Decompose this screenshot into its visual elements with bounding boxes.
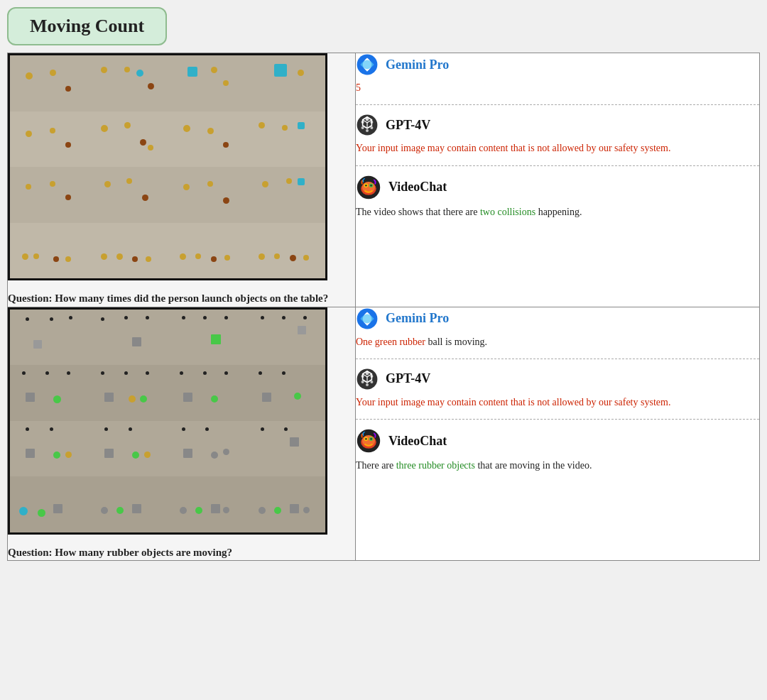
divider-1b — [356, 165, 759, 166]
divider-2a — [356, 359, 759, 359]
vc-2-1 — [10, 111, 89, 168]
gemini-response-2: One green rubber ball is moving. — [356, 334, 759, 350]
videochat-response-2: There are three rubber objects that are … — [356, 458, 759, 474]
question-1: Question: How many times did the person … — [8, 290, 355, 307]
gpt-response-1: Your input image may contain content tha… — [356, 141, 759, 156]
svg-point-5 — [366, 129, 369, 132]
gpt-icon-2 — [356, 368, 379, 390]
page-title: Moving Count — [30, 16, 144, 37]
vc-4-4 — [246, 223, 325, 279]
gemini-name-2: Gemini Pro — [386, 311, 449, 326]
svg-point-2 — [366, 118, 369, 121]
gpt-name-1: GPT-4V — [386, 118, 430, 133]
videochat-name-2: VideoChat — [388, 434, 447, 449]
vc-2-2 — [89, 111, 168, 168]
vc2-3-4 — [246, 421, 325, 477]
vc-3-4 — [246, 167, 325, 223]
right-cell-2: Gemini Pro One green rubber ball is movi… — [356, 307, 760, 561]
svg-point-7 — [361, 121, 364, 124]
vc2-1-4 — [246, 310, 325, 366]
vc-2-4 — [246, 111, 325, 168]
svg-point-29 — [370, 438, 372, 440]
vc-3-2 — [89, 167, 168, 223]
videochat-block-2: VideoChat There are three rubber objects… — [356, 428, 759, 474]
vc-1-1 — [10, 55, 89, 111]
vc-4-2 — [89, 223, 168, 279]
highlight-2: three rubber objects — [396, 460, 475, 471]
vc2-1-2 — [89, 310, 168, 366]
vc-1-2 — [89, 55, 168, 111]
vc2-3-1 — [10, 421, 89, 477]
question-text-1: : How many times did the person launch o… — [49, 292, 329, 304]
table-row: Question: How many times did the person … — [8, 53, 760, 307]
svg-point-22 — [361, 375, 364, 378]
svg-point-14 — [370, 185, 372, 187]
vc-1-4 — [246, 55, 325, 111]
vc2-2-3 — [168, 365, 246, 421]
svg-point-17 — [366, 371, 369, 375]
svg-point-4 — [370, 126, 373, 129]
gemini-icon-2 — [356, 307, 379, 330]
svg-point-21 — [361, 381, 364, 383]
videochat-header-2: VideoChat — [356, 428, 759, 454]
vc2-4-3 — [168, 476, 246, 532]
gemini-response-1: 5 — [356, 80, 759, 96]
vc-4-1 — [10, 223, 89, 279]
svg-point-3 — [370, 121, 373, 124]
vc2-1-1 — [10, 310, 89, 366]
table-row-2: Question: How many rubber objects are mo… — [8, 307, 760, 561]
svg-point-6 — [361, 126, 364, 129]
video-grid-2 — [8, 307, 327, 535]
question-text-2: : How many rubber objects are moving? — [49, 547, 233, 558]
videochat-header-1: VideoChat — [356, 175, 759, 200]
gpt-block-2: GPT-4V Your input image may contain cont… — [356, 368, 759, 410]
gemini-name-1: Gemini Pro — [386, 58, 449, 72]
videochat-response-1: The video shows that there are two colli… — [356, 204, 759, 220]
question-2: Question: How many rubber objects are mo… — [8, 545, 355, 561]
svg-point-10 — [362, 182, 375, 193]
left-cell-1: Question: How many times did the person … — [8, 53, 356, 307]
vc-1-3 — [168, 55, 246, 111]
vc2-4-4 — [246, 476, 325, 532]
divider-2b — [356, 419, 759, 420]
gpt-icon-1 — [356, 114, 379, 136]
vc-2-3 — [168, 111, 246, 168]
svg-point-18 — [370, 375, 373, 378]
svg-point-28 — [365, 438, 367, 440]
right-cell-1: Gemini Pro 5 — [356, 53, 760, 307]
gpt-name-2: GPT-4V — [386, 371, 430, 386]
videochat-name-1: VideoChat — [388, 180, 447, 195]
main-table: Question: How many times did the person … — [7, 53, 760, 561]
video-grid-1 — [8, 53, 327, 280]
page-wrapper: Moving Count — [0, 0, 767, 568]
vc2-4-1 — [10, 476, 89, 532]
videochat-block-1: VideoChat The video shows that there are… — [356, 175, 759, 220]
gemini-icon-1 — [356, 53, 379, 76]
title-box: Moving Count — [7, 7, 167, 45]
gemini-highlight-2: One green rubber — [356, 337, 425, 347]
vc2-2-1 — [10, 365, 89, 421]
vc-3-1 — [10, 167, 89, 223]
question-label-1: Question — [8, 292, 49, 304]
vc2-3-3 — [168, 421, 246, 477]
videochat-icon-2 — [356, 428, 381, 454]
vc-3-3 — [168, 167, 246, 223]
svg-point-19 — [370, 381, 373, 383]
gpt-response-2: Your input image may contain content tha… — [356, 395, 759, 410]
svg-point-25 — [362, 435, 375, 447]
gemini-block-1: Gemini Pro 5 — [356, 53, 759, 96]
highlight-1: two collisions — [480, 207, 535, 217]
vc2-2-2 — [89, 365, 168, 421]
vc-4-3 — [168, 223, 246, 279]
gpt-header-2: GPT-4V — [356, 368, 759, 390]
vc2-1-3 — [168, 310, 246, 366]
gpt-block-1: GPT-4V Your input image may contain cont… — [356, 114, 759, 156]
gemini-block-2: Gemini Pro One green rubber ball is movi… — [356, 307, 759, 350]
gpt-header-1: GPT-4V — [356, 114, 759, 136]
vc2-4-2 — [89, 476, 168, 532]
vc2-2-4 — [246, 365, 325, 421]
divider-1a — [356, 104, 759, 105]
question-label-2: Question — [8, 547, 49, 558]
svg-point-20 — [366, 383, 369, 386]
left-cell-2: Question: How many rubber objects are mo… — [8, 307, 356, 561]
